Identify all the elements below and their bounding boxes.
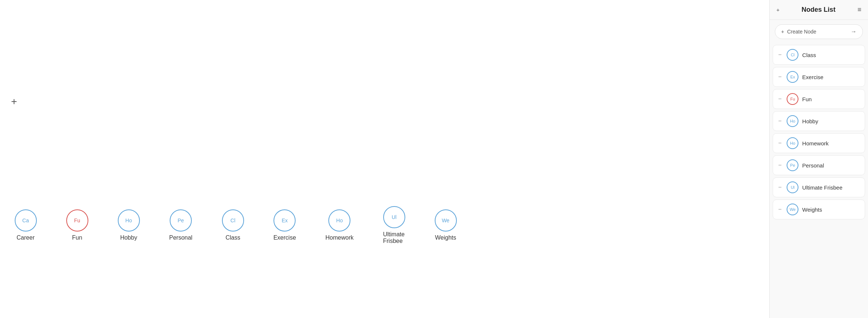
node-avatar: Fu <box>66 209 88 232</box>
list-remove-icon[interactable]: − <box>777 95 783 103</box>
list-item-avatar: We <box>787 204 798 215</box>
list-item-name: Homework <box>802 140 829 146</box>
node-avatar: Ca <box>15 209 37 232</box>
canvas-area: + Ca Career Fu Fun Ho Hobby Pe Personal … <box>0 0 471 318</box>
list-item[interactable]: − Ho Homework <box>773 133 865 153</box>
list-item-avatar: Cl <box>787 49 798 61</box>
sidebar-add-icon[interactable]: + <box>776 7 780 13</box>
list-item-avatar: Pe <box>787 159 798 171</box>
list-item-avatar: Ex <box>787 71 798 83</box>
list-item-name: Class <box>802 52 816 58</box>
list-item-name: Personal <box>802 162 824 169</box>
node-label: Class <box>226 234 240 241</box>
list-item-avatar: Ho <box>787 137 798 149</box>
list-item-avatar: Ho <box>787 115 798 127</box>
create-node-plus-icon: + <box>781 29 784 35</box>
list-item-name: Weights <box>802 206 822 213</box>
list-item[interactable]: − Ho Hobby <box>773 111 865 131</box>
sidebar-menu-icon[interactable]: ≡ <box>857 6 861 14</box>
create-node-label: Create Node <box>787 29 816 35</box>
list-item[interactable]: − Fu Fun <box>773 89 865 109</box>
list-item-name: Ultimate Frisbee <box>802 184 842 191</box>
canvas-node[interactable]: Ho Hobby <box>118 209 140 241</box>
node-label: Fun <box>72 234 82 241</box>
list-remove-icon[interactable]: − <box>777 183 783 191</box>
canvas-node[interactable]: We Weights <box>435 209 457 241</box>
sidebar-header: + Nodes List ≡ <box>770 0 868 20</box>
node-avatar: Pe <box>170 209 192 232</box>
node-avatar: Ul <box>383 206 405 228</box>
node-avatar: Ho <box>118 209 140 232</box>
canvas-nodes: Ca Career Fu Fun Ho Hobby Pe Personal Cl… <box>0 206 471 244</box>
canvas-node[interactable]: Pe Personal <box>169 209 193 241</box>
create-node-arrow-icon: → <box>851 28 857 35</box>
sidebar: + Nodes List ≡ + Create Node → − Cl Clas… <box>769 0 868 318</box>
canvas-node[interactable]: Fu Fun <box>66 209 88 241</box>
node-label: Homework <box>325 234 353 241</box>
canvas-node[interactable]: Cl Class <box>222 209 244 241</box>
canvas-node[interactable]: Ex Exercise <box>274 209 296 241</box>
list-item-name: Fun <box>802 96 812 102</box>
list-item-avatar: Ul <box>787 181 798 193</box>
node-label: Personal <box>169 234 193 241</box>
canvas-add-button[interactable]: + <box>11 96 17 107</box>
node-label: Career <box>17 234 35 241</box>
sidebar-title: Nodes List <box>802 6 836 14</box>
list-item[interactable]: − Pe Personal <box>773 155 865 175</box>
node-label: Ultimate Frisbee <box>383 231 405 244</box>
list-item-avatar: Fu <box>787 93 798 105</box>
node-label: Weights <box>435 234 456 241</box>
node-avatar: Cl <box>222 209 244 232</box>
nodes-list: − Cl Class − Ex Exercise − Fu Fun − Ho H… <box>770 43 868 318</box>
node-label: Hobby <box>120 234 137 241</box>
canvas-node[interactable]: Ul Ultimate Frisbee <box>383 206 405 244</box>
list-item-name: Hobby <box>802 118 818 124</box>
node-avatar: Ho <box>328 209 350 232</box>
list-remove-icon[interactable]: − <box>777 161 783 169</box>
node-label: Exercise <box>274 234 296 241</box>
list-remove-icon[interactable]: − <box>777 51 783 59</box>
canvas-node[interactable]: Ho Homework <box>325 209 353 241</box>
list-item-name: Exercise <box>802 74 823 80</box>
create-node-button[interactable]: + Create Node → <box>775 24 863 39</box>
node-avatar: We <box>435 209 457 232</box>
list-remove-icon[interactable]: − <box>777 139 783 147</box>
list-remove-icon[interactable]: − <box>777 117 783 125</box>
node-avatar: Ex <box>274 209 296 232</box>
list-remove-icon[interactable]: − <box>777 205 783 213</box>
list-remove-icon[interactable]: − <box>777 73 783 81</box>
list-item[interactable]: − Ex Exercise <box>773 67 865 87</box>
canvas-node[interactable]: Ca Career <box>15 209 37 241</box>
list-item[interactable]: − Cl Class <box>773 45 865 65</box>
list-item[interactable]: − Ul Ultimate Frisbee <box>773 177 865 197</box>
list-item[interactable]: − We Weights <box>773 199 865 219</box>
